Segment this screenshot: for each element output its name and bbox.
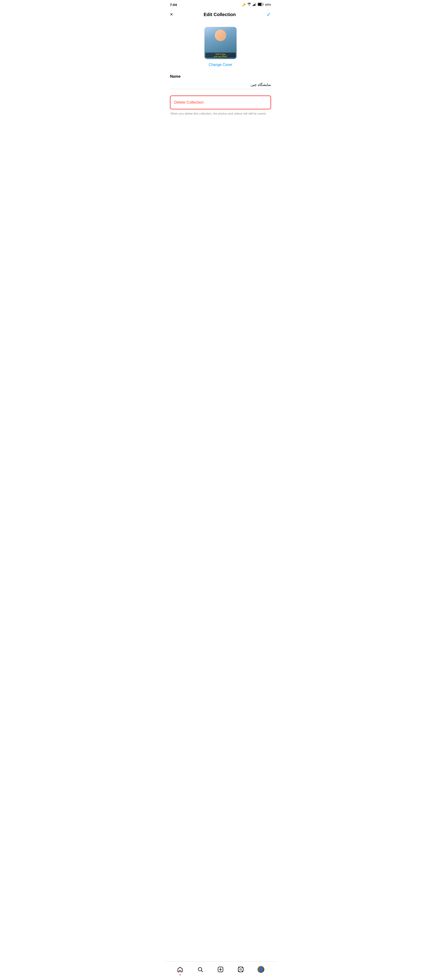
name-section: Name xyxy=(166,70,275,91)
reels-icon xyxy=(238,966,244,972)
key-icon: 🔑 xyxy=(242,3,246,6)
svg-point-13 xyxy=(240,969,242,970)
status-bar: 7:04 🔑 69% xyxy=(166,0,275,8)
confirm-button[interactable]: ✓ xyxy=(266,11,271,18)
profile-avatar xyxy=(258,966,264,973)
nav-create[interactable] xyxy=(215,964,226,975)
svg-point-17 xyxy=(242,971,243,972)
cover-image xyxy=(204,27,237,59)
svg-rect-5 xyxy=(258,3,261,6)
close-button[interactable]: × xyxy=(170,11,173,18)
svg-line-8 xyxy=(201,970,203,972)
cover-image-inner xyxy=(204,27,237,59)
status-time: 7:04 xyxy=(170,3,177,7)
delete-section: Delete Collection When you delete this c… xyxy=(166,91,275,118)
nav-reels[interactable] xyxy=(236,964,246,975)
search-icon xyxy=(197,966,203,972)
name-label: Name xyxy=(170,74,271,79)
svg-rect-3 xyxy=(255,3,256,6)
svg-rect-12 xyxy=(238,967,243,972)
bottom-nav xyxy=(166,961,275,980)
nav-search[interactable] xyxy=(195,964,205,975)
delete-description: When you delete this collection, the pho… xyxy=(170,111,271,116)
status-icons: 🔑 69% xyxy=(242,3,271,7)
battery-icon xyxy=(258,3,264,7)
delete-collection-button[interactable]: Delete Collection xyxy=(170,95,271,109)
svg-rect-1 xyxy=(253,4,254,6)
svg-rect-2 xyxy=(255,4,255,6)
name-input-container xyxy=(170,83,271,89)
svg-point-16 xyxy=(239,971,239,972)
battery-percent: 69% xyxy=(265,3,271,6)
spacer xyxy=(166,118,275,961)
svg-rect-0 xyxy=(253,5,253,6)
header: × Edit Collection ✓ xyxy=(166,8,275,21)
page-title: Edit Collection xyxy=(204,12,236,17)
home-icon xyxy=(177,966,183,972)
wifi-icon xyxy=(247,3,251,7)
svg-point-14 xyxy=(239,967,239,968)
cover-section: Change Cover xyxy=(166,21,275,70)
name-input[interactable] xyxy=(170,83,271,87)
change-cover-button[interactable]: Change Cover xyxy=(209,63,232,67)
nav-home[interactable] xyxy=(175,964,185,975)
nav-profile[interactable] xyxy=(256,964,266,975)
create-icon xyxy=(218,966,223,972)
signal-icon xyxy=(253,3,256,7)
svg-rect-6 xyxy=(263,4,264,5)
svg-point-15 xyxy=(242,967,243,968)
